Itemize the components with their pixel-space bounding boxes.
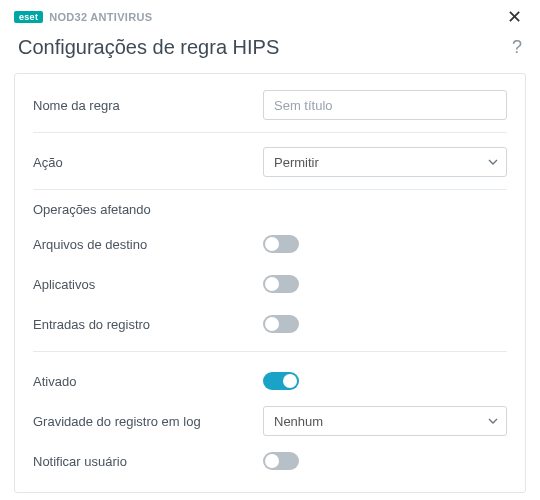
rule-name-input[interactable] <box>263 90 507 120</box>
registry-entries-toggle[interactable] <box>263 315 299 333</box>
separator <box>33 132 507 133</box>
target-files-label: Arquivos de destino <box>33 237 263 252</box>
separator <box>33 351 507 352</box>
page-title: Configurações de regra HIPS <box>18 36 279 59</box>
row-rule-name: Nome da regra <box>33 88 507 122</box>
action-select[interactable]: Permitir <box>263 147 507 177</box>
brand-badge: eset <box>14 11 43 23</box>
operations-section-label: Operações afetando <box>33 202 507 217</box>
footer: Voltar Avançar Cancelar <box>0 493 540 500</box>
titlebar: eset NOD32 ANTIVIRUS ✕ <box>0 0 540 28</box>
separator <box>33 189 507 190</box>
header: Configurações de regra HIPS ? <box>0 28 540 73</box>
row-target-files: Arquivos de destino <box>33 227 507 261</box>
row-action: Ação Permitir <box>33 145 507 179</box>
log-severity-label: Gravidade do registro em log <box>33 414 263 429</box>
brand-product: NOD32 ANTIVIRUS <box>49 11 152 23</box>
close-icon[interactable]: ✕ <box>503 6 526 28</box>
help-icon[interactable]: ? <box>512 37 522 58</box>
rule-name-label: Nome da regra <box>33 98 263 113</box>
enabled-toggle[interactable] <box>263 372 299 390</box>
enabled-label: Ativado <box>33 374 263 389</box>
settings-panel: Nome da regra Ação Permitir Operações af… <box>14 73 526 493</box>
log-severity-select[interactable]: Nenhum <box>263 406 507 436</box>
target-files-toggle[interactable] <box>263 235 299 253</box>
row-log-severity: Gravidade do registro em log Nenhum <box>33 404 507 438</box>
registry-entries-label: Entradas do registro <box>33 317 263 332</box>
row-apps: Aplicativos <box>33 267 507 301</box>
apps-toggle[interactable] <box>263 275 299 293</box>
notify-user-label: Notificar usuário <box>33 454 263 469</box>
action-label: Ação <box>33 155 263 170</box>
apps-label: Aplicativos <box>33 277 263 292</box>
row-notify-user: Notificar usuário <box>33 444 507 478</box>
notify-user-toggle[interactable] <box>263 452 299 470</box>
row-registry-entries: Entradas do registro <box>33 307 507 341</box>
row-enabled: Ativado <box>33 364 507 398</box>
